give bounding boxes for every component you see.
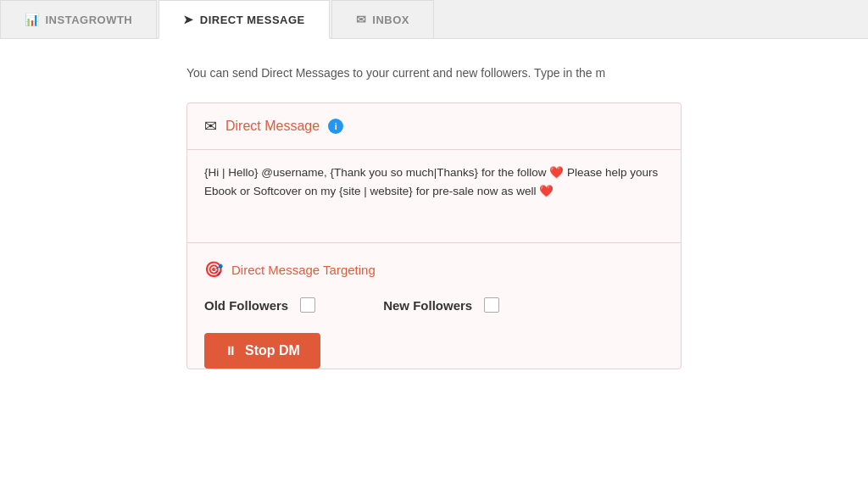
followers-row: Old Followers New Followers bbox=[187, 292, 681, 326]
pause-icon: ⏸ bbox=[225, 344, 236, 358]
tab-instagrowth-label: INSTAGROWTH bbox=[46, 14, 133, 26]
tab-instagrowth[interactable]: 📊 INSTAGROWTH bbox=[0, 0, 157, 38]
old-followers-group: Old Followers bbox=[204, 297, 315, 313]
old-followers-label: Old Followers bbox=[204, 298, 288, 313]
info-icon[interactable]: i bbox=[328, 119, 343, 134]
new-followers-label: New Followers bbox=[383, 298, 472, 313]
direct-message-card: ✉ Direct Message i {Hi | Hello} @usernam… bbox=[186, 103, 682, 369]
inbox-icon: ✉ bbox=[356, 13, 367, 26]
page-description: You can send Direct Messages to your cur… bbox=[186, 64, 682, 82]
main-content: You can send Direct Messages to your cur… bbox=[0, 39, 868, 488]
new-followers-checkbox[interactable] bbox=[484, 297, 499, 313]
tab-inbox-label: INBOX bbox=[372, 14, 409, 26]
stop-dm-button[interactable]: ⏸ Stop DM bbox=[204, 333, 320, 369]
tab-inbox[interactable]: ✉ INBOX bbox=[331, 0, 434, 38]
chart-icon: 📊 bbox=[25, 13, 40, 26]
tab-direct-message-label: DIRECT MESSAGE bbox=[200, 14, 305, 26]
new-followers-group: New Followers bbox=[383, 297, 499, 313]
tab-bar: 📊 INSTAGROWTH ➤ DIRECT MESSAGE ✉ INBOX bbox=[0, 0, 868, 39]
stop-dm-label: Stop DM bbox=[245, 343, 300, 358]
send-icon: ➤ bbox=[183, 13, 194, 26]
card-title: Direct Message bbox=[225, 119, 320, 134]
old-followers-checkbox[interactable] bbox=[300, 297, 315, 313]
tab-direct-message[interactable]: ➤ DIRECT MESSAGE bbox=[159, 0, 330, 39]
targeting-header: 🎯 Direct Message Targeting bbox=[187, 247, 681, 292]
targeting-icon: 🎯 bbox=[204, 260, 223, 279]
targeting-title: Direct Message Targeting bbox=[231, 263, 376, 277]
envelope-icon: ✉ bbox=[204, 117, 217, 136]
message-input[interactable]: {Hi | Hello} @username, {Thank you so mu… bbox=[187, 150, 681, 243]
card-header: ✉ Direct Message i bbox=[187, 103, 681, 150]
